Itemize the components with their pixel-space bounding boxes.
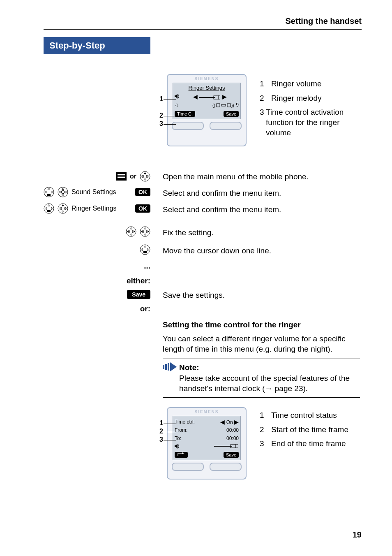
either-label: either: [44, 276, 150, 285]
note-body-after: page 23). [273, 384, 308, 393]
to-value: 00:00 [226, 436, 239, 441]
from-label: From: [175, 427, 187, 433]
legend2-num-1: 1 [260, 410, 271, 421]
legend-device2: 1 Time control status 2 Start of the tim… [260, 410, 362, 453]
step-fix-setting-icons [44, 226, 150, 237]
note-box: Note: Please take account of the special… [163, 359, 360, 398]
speaker-icon [175, 94, 181, 100]
note-body-text: Please take account of the special featu… [179, 373, 360, 394]
callout-1-line [164, 100, 176, 100]
step-sound-settings-text: Select and confirm the menu item. [163, 188, 360, 199]
legend2-item-2: 2 Start of the time frame [260, 425, 362, 435]
legend1-item-3: 3 Time control activation function for t… [260, 107, 362, 138]
step-move-cursor-text: Move the cursor down one line. [163, 246, 360, 256]
screen-row-to: To: 00:00 [175, 434, 239, 442]
music-note-icon: ♫ [175, 102, 178, 108]
page-header-title: Setting the handset [285, 16, 362, 26]
device-screen: Ringer Settings ◀ ▶ ♫ [173, 83, 241, 119]
note-title: Note: [179, 362, 360, 373]
callout-3: 3 [159, 436, 163, 443]
time-ctrl-value: ◀ On ▶ [220, 419, 239, 425]
softkeys [172, 463, 242, 471]
step-open-menu-text: Open the main menu of the mobile phone. [163, 172, 360, 182]
legend2-num-2: 2 [260, 425, 271, 435]
svg-marker-0 [175, 94, 178, 99]
step-by-step-banner: Step-by-Step [44, 37, 150, 54]
save-button-wrap: Save [44, 290, 150, 299]
nav-key-icon [140, 171, 150, 182]
callout-1: 1 [159, 419, 163, 427]
left-softkey [172, 463, 204, 471]
callout-3-line [164, 124, 176, 125]
svg-marker-30 [170, 362, 177, 371]
callout-2-line [164, 116, 176, 116]
legend2-text-3: End of the time frame [271, 439, 346, 449]
arrow-icon: → [265, 384, 273, 393]
menu-icon [116, 172, 127, 181]
step-move-cursor-icon [44, 244, 150, 255]
note-bottom-rule [163, 397, 360, 398]
callout-1-line [164, 424, 176, 424]
nav-left-right-icon [140, 226, 150, 237]
legend1-text-3: Time control activation function for the… [266, 107, 362, 138]
svg-rect-6 [217, 104, 220, 107]
right-softkey [210, 122, 242, 130]
callout-2: 2 [159, 112, 163, 119]
speaker-icon [175, 444, 181, 450]
nav-down-icon [44, 203, 54, 214]
header-rule [44, 29, 362, 30]
softlabel-row: Save [175, 451, 239, 459]
device-screen: Time ctrl: ◀ On ▶ From: 00:00 To: 00:00 [173, 416, 241, 460]
handset-screen-time-control: SIEMENS Time ctrl: ◀ On ▶ From: 00:00 To… [167, 407, 247, 480]
page-number: 19 [353, 530, 362, 540]
step-sound-settings-row: Sound Settings OK [44, 187, 150, 197]
ok-button: OK [135, 188, 150, 196]
volume-slider-graphic: ◀ ▶ [181, 93, 239, 100]
legend2-text-1: Time control status [271, 410, 337, 421]
right-softkey [210, 463, 242, 471]
legend2-text-2: Start of the time frame [271, 425, 348, 435]
legend2-item-1: 1 Time control status [260, 410, 362, 421]
right-softlabel: Save [224, 452, 239, 458]
screen-row-timectrl: Time ctrl: ◀ On ▶ [175, 418, 239, 426]
svg-rect-27 [163, 365, 164, 369]
legend1-num-3: 3 [260, 107, 266, 138]
time-ctrl-value-text: On [226, 419, 233, 425]
ok-button: OK [135, 204, 150, 213]
legend1-num-1: 1 [260, 79, 271, 89]
right-softlabel: Save [224, 111, 239, 117]
device-brand: SIEMENS [168, 410, 246, 414]
legend1-num-2: 2 [260, 93, 271, 104]
callout-3-line [164, 440, 176, 440]
screen-row-volume: ◀ ▶ [175, 93, 239, 101]
softkeys [172, 122, 242, 130]
callout-1: 1 [159, 95, 163, 103]
svg-rect-29 [168, 363, 169, 371]
subsection-heading: Setting the time control for the ringer [163, 320, 360, 330]
left-softkey [172, 122, 204, 130]
step-ringer-settings-row: Ringer Settings OK [44, 203, 150, 214]
svg-rect-8 [227, 104, 231, 107]
svg-rect-28 [165, 364, 167, 370]
legend1-item-1: 1 Ringer volume [260, 79, 362, 89]
nav-down-icon [44, 187, 54, 197]
svg-text:)): )) [231, 103, 234, 108]
legend1-text-2: Ringer melody [271, 93, 322, 104]
from-value: 00:00 [226, 427, 239, 433]
time-ctrl-label: Time ctrl: [175, 419, 195, 425]
svg-marker-31 [175, 444, 178, 449]
callout-2: 2 [159, 428, 163, 435]
step-fix-setting-text: Fix the setting. [163, 228, 360, 238]
screen-row-from: From: 00:00 [175, 426, 239, 434]
melody-value: 9 [236, 102, 239, 108]
screen-title: Ringer Settings [175, 85, 239, 91]
nav-down-icon [140, 244, 150, 255]
legend1-item-2: 2 Ringer melody [260, 93, 362, 104]
ringer-settings-label: Ringer Settings [71, 205, 132, 212]
step-save-text: Save the settings. [163, 290, 360, 301]
svg-rect-7 [221, 104, 226, 106]
legend-device1: 1 Ringer volume 2 Ringer melody 3 Time c… [260, 79, 362, 142]
legend2-num-3: 3 [260, 439, 271, 449]
note-icon [163, 362, 179, 394]
handset-screen-ringer-settings: SIEMENS Ringer Settings ◀ ▶ [167, 74, 247, 146]
